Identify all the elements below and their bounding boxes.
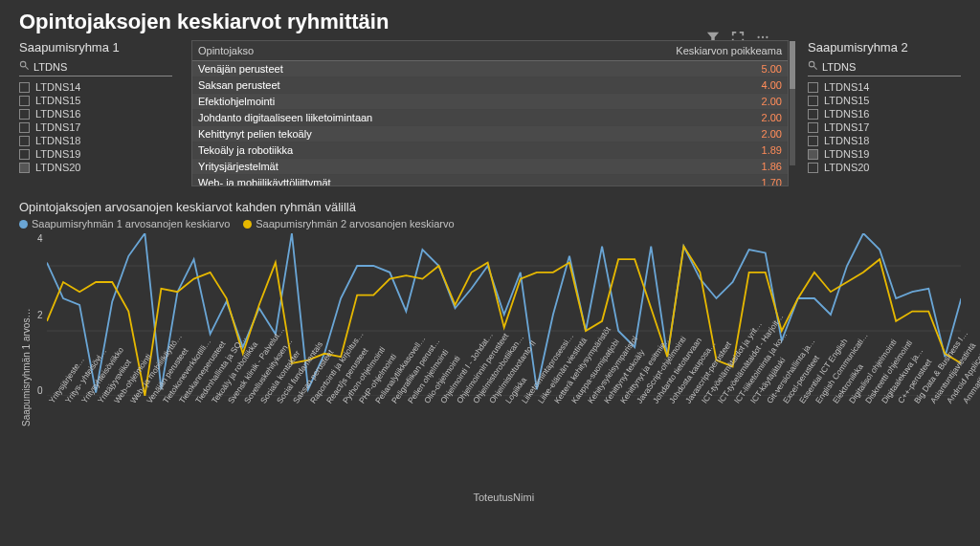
table-cell-name: Venäjän perusteet <box>198 63 648 75</box>
slicer-item-label: LTDNS15 <box>824 95 869 106</box>
y-tick: 0 <box>37 385 43 396</box>
slicer-item-label: LTDNS16 <box>35 108 80 120</box>
slicer1-item-ltdns17[interactable]: LTDNS17 <box>19 120 172 134</box>
slicer-item-label: LTDNS19 <box>35 148 80 160</box>
legend-2-label: Saapumisryhmän 2 arvosanojen keskiarvo <box>256 218 454 229</box>
table-cell-name: Kehittynyt pelien tekoäly <box>198 128 648 140</box>
slicer1-item-ltdns16[interactable]: LTDNS16 <box>19 107 172 120</box>
checkbox-icon[interactable] <box>808 122 818 133</box>
svg-point-1 <box>762 36 764 38</box>
table-cell-name: Web- ja mobiilikäyttöliittymät <box>198 177 648 186</box>
slicer-item-label: LTDNS16 <box>824 108 869 120</box>
slicer1-item-ltdns14[interactable]: LTDNS14 <box>19 80 172 94</box>
table-cell-value: 2.00 <box>648 112 782 123</box>
svg-point-3 <box>20 61 26 67</box>
slicer2-item-ltdns20[interactable]: LTDNS20 <box>808 161 961 174</box>
y-tick: 2 <box>37 310 43 320</box>
slicer-2-search-input[interactable] <box>822 61 961 73</box>
legend-series-2[interactable]: Saapumisryhmän 2 arvosanojen keskiarvo <box>243 218 454 229</box>
checkbox-icon[interactable] <box>19 82 30 93</box>
slicer2-item-ltdns17[interactable]: LTDNS17 <box>808 120 961 134</box>
table-cell-value: 5.00 <box>648 63 782 75</box>
y-tick: 4 <box>37 233 43 244</box>
table-cell-value: 1.89 <box>648 144 782 156</box>
table-row[interactable]: Kehittynyt pelien tekoäly2.00 <box>192 126 788 142</box>
slicer-2-title: Saapumisryhma 2 <box>808 40 961 55</box>
line-chart: Opintojaksojen arvosanojen keskiarvot ka… <box>19 200 961 501</box>
slicer2-item-ltdns18[interactable]: LTDNS18 <box>808 134 961 147</box>
search-icon <box>808 60 818 74</box>
y-axis-label: Saapumisryhmän 1 arvos… <box>19 233 33 501</box>
slicer-item-label: LTDNS14 <box>824 81 869 93</box>
checkbox-icon[interactable] <box>19 96 30 106</box>
table-cell-name: Efektiohjelmointi <box>198 96 648 107</box>
checkbox-icon[interactable] <box>19 136 30 146</box>
checkbox-icon[interactable] <box>19 122 30 133</box>
slicer2-item-ltdns15[interactable]: LTDNS15 <box>808 94 961 107</box>
slicer-item-label: LTDNS18 <box>35 135 80 146</box>
checkbox-icon[interactable] <box>808 109 818 120</box>
slicer-item-label: LTDNS15 <box>35 95 80 106</box>
table-row[interactable]: Yritysjärjestelmät1.86 <box>192 159 788 175</box>
page-title: Opintojaksojen keskiarvot ryhmittäin <box>0 0 980 40</box>
svg-line-6 <box>813 66 816 69</box>
slicer-item-label: LTDNS17 <box>824 121 869 133</box>
table-cell-value: 2.00 <box>648 96 782 107</box>
x-axis-label: ToteutusNimi <box>473 491 534 503</box>
checkbox-icon[interactable] <box>808 149 818 160</box>
table-cell-name: Yritysjärjestelmät <box>198 161 648 172</box>
legend-series-1[interactable]: Saapumisryhmän 1 arvosanojen keskiarvo <box>19 218 230 229</box>
slicer-item-label: LTDNS17 <box>35 121 80 133</box>
chart-title: Opintojaksojen arvosanojen keskiarvot ka… <box>19 200 961 214</box>
table-cell-name: Tekoäly ja robotiikka <box>198 144 648 156</box>
table-cell-value: 1.86 <box>648 161 782 172</box>
checkbox-icon[interactable] <box>808 163 818 173</box>
table-cell-value: 2.00 <box>648 128 782 140</box>
slicer-1-title: Saapumisryhma 1 <box>19 40 172 55</box>
table-row[interactable]: Venäjän perusteet5.00 <box>192 61 788 77</box>
chart-legend: Saapumisryhmän 1 arvosanojen keskiarvo S… <box>19 218 961 229</box>
table-row[interactable]: Efektiohjelmointi2.00 <box>192 94 788 110</box>
slicer-saapumisryhma-2: Saapumisryhma 2 LTDNS14LTDNS15LTDNS16LTD… <box>808 40 961 174</box>
table-col-poikkeama[interactable]: Keskiarvon poikkeama <box>648 45 782 56</box>
table-col-opintojakso[interactable]: Opintojakso <box>198 45 648 56</box>
slicer2-item-ltdns14[interactable]: LTDNS14 <box>808 80 961 94</box>
table-cell-value: 4.00 <box>648 79 782 91</box>
table-scrollbar[interactable] <box>790 41 795 165</box>
slicer-item-label: LTDNS20 <box>35 162 80 173</box>
svg-point-2 <box>766 36 768 38</box>
slicer-item-label: LTDNS18 <box>824 135 869 146</box>
table-row[interactable]: Johdanto digitaaliseen liiketoimintaan2.… <box>192 110 788 126</box>
slicer1-item-ltdns20[interactable]: LTDNS20 <box>19 161 172 174</box>
svg-point-0 <box>757 36 759 38</box>
table-cell-value: 1.70 <box>648 177 782 186</box>
table-row[interactable]: Saksan perusteet4.00 <box>192 77 788 94</box>
search-icon <box>19 60 30 74</box>
slicer-item-label: LTDNS20 <box>824 162 869 173</box>
slicer2-item-ltdns16[interactable]: LTDNS16 <box>808 107 961 120</box>
table-row[interactable]: Web- ja mobiilikäyttöliittymät1.70 <box>192 175 788 186</box>
table-cell-name: Saksan perusteet <box>198 79 648 91</box>
slicer1-item-ltdns19[interactable]: LTDNS19 <box>19 147 172 161</box>
checkbox-icon[interactable] <box>19 163 30 173</box>
slicer-1-search-input[interactable] <box>33 61 172 73</box>
slicer-item-label: LTDNS19 <box>824 148 869 160</box>
table-row[interactable]: Tekoäly ja robotiikka1.89 <box>192 142 788 159</box>
table-cell-name: Johdanto digitaaliseen liiketoimintaan <box>198 112 648 123</box>
checkbox-icon[interactable] <box>808 96 818 106</box>
slicer-saapumisryhma-1: Saapumisryhma 1 LTDNS14LTDNS15LTDNS16LTD… <box>19 40 172 174</box>
checkbox-icon[interactable] <box>19 149 30 160</box>
slicer2-item-ltdns19[interactable]: LTDNS19 <box>808 147 961 161</box>
slicer1-item-ltdns15[interactable]: LTDNS15 <box>19 94 172 107</box>
svg-line-4 <box>25 66 28 69</box>
deviation-table: Opintojakso Keskiarvon poikkeama Venäjän… <box>191 40 789 186</box>
legend-1-label: Saapumisryhmän 1 arvosanojen keskiarvo <box>32 218 230 229</box>
checkbox-icon[interactable] <box>19 109 30 120</box>
checkbox-icon[interactable] <box>808 136 818 146</box>
slicer-item-label: LTDNS14 <box>35 81 80 93</box>
svg-point-5 <box>809 61 814 67</box>
checkbox-icon[interactable] <box>808 82 818 93</box>
slicer1-item-ltdns18[interactable]: LTDNS18 <box>19 134 172 147</box>
